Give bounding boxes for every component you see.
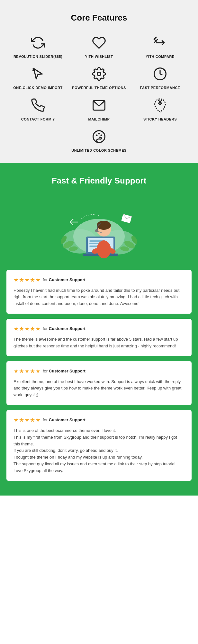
clock-icon: [152, 66, 168, 82]
stars-3: ★★★★★: [14, 368, 41, 375]
feature-label: POWERFUL THEME OPTIONS: [72, 85, 126, 90]
feature-one-click-demo: ONE-CLICK DEMO IMPORT: [9, 66, 67, 90]
core-features-title: Core Features: [6, 13, 192, 23]
review-text-1: Honestly I haven't had much time to poke…: [14, 287, 184, 307]
core-features-section: Core Features REVOLUTION SLIDER($85) YIT…: [0, 0, 198, 163]
svg-point-13: [98, 133, 100, 135]
svg-point-14: [101, 135, 103, 137]
review-for-1: for Customer Support: [43, 277, 86, 282]
review-for-3: for Customer Support: [43, 369, 86, 373]
feature-label: MAILCHIMP: [88, 117, 110, 122]
feature-sticky-headers: STICKY HEADERS: [131, 97, 189, 122]
feature-yith-wishlist: YITH WISHLIST: [70, 34, 128, 59]
stars-4: ★★★★★: [14, 416, 41, 424]
stars-2: ★★★★★: [14, 325, 41, 332]
review-card-2: ★★★★★ for Customer Support The theme is …: [6, 319, 192, 356]
svg-point-33: [98, 221, 105, 226]
feature-label: REVOLUTION SLIDER($85): [14, 54, 62, 59]
review-header-3: ★★★★★ for Customer Support: [14, 368, 184, 375]
phone-icon: [30, 97, 46, 114]
feature-contact-form: CONTACT FORM 7: [9, 97, 67, 122]
review-text-4: This is one of the best ecommerce theme …: [14, 427, 184, 474]
review-card-3: ★★★★★ for Customer Support Excellent the…: [6, 361, 192, 405]
support-illustration: [54, 195, 144, 260]
support-title: Fast & Friendly Support: [6, 176, 192, 186]
heart-icon: [91, 34, 107, 51]
features-grid: REVOLUTION SLIDER($85) YITH WISHLIST YIT…: [9, 34, 189, 153]
feature-label: YITH WISHLIST: [85, 54, 113, 59]
review-text-3: Excellent theme, one of the best I have …: [14, 379, 184, 398]
svg-point-5: [97, 72, 101, 76]
mail-icon: [91, 97, 107, 114]
feature-label: CONTACT FORM 7: [21, 117, 55, 122]
feature-yith-compare: YITH COMPARE: [131, 34, 189, 59]
feature-label: FAST PERFORMANCE: [140, 85, 180, 90]
feature-mailchimp: MAILCHIMP: [70, 97, 128, 122]
reviews-container: ★★★★★ for Customer Support Honestly I ha…: [6, 270, 192, 481]
feature-label: YITH COMPARE: [146, 54, 175, 59]
review-header-4: ★★★★★ for Customer Support: [14, 416, 184, 424]
review-card-1: ★★★★★ for Customer Support Honestly I ha…: [6, 270, 192, 314]
feature-powerful-theme: POWERFUL THEME OPTIONS: [70, 66, 128, 90]
feature-label: STICKY HEADERS: [143, 117, 177, 122]
cursor-icon: [30, 66, 46, 82]
compare-icon: [152, 34, 168, 51]
review-for-4: for Customer Support: [43, 417, 86, 422]
pin-icon: [152, 97, 168, 114]
feature-label: ONE-CLICK DEMO IMPORT: [13, 85, 63, 90]
review-card-4: ★★★★★ for Customer Support This is one o…: [6, 410, 192, 481]
support-section: Fast & Friendly Support: [0, 163, 198, 496]
feature-revolution-slider: REVOLUTION SLIDER($85): [9, 34, 67, 59]
refresh-icon: [30, 34, 46, 51]
svg-point-34: [95, 229, 98, 232]
palette-icon: [91, 128, 107, 145]
review-header-1: ★★★★★ for Customer Support: [14, 276, 184, 283]
feature-color-schemes: UNLIMITED COLOR SCHEMES: [70, 128, 128, 153]
review-for-2: for Customer Support: [43, 326, 86, 331]
svg-point-12: [96, 135, 98, 137]
stars-1: ★★★★★: [14, 276, 41, 283]
svg-line-4: [34, 69, 35, 70]
svg-line-3: [33, 70, 34, 71]
feature-label: UNLIMITED COLOR SCHEMES: [71, 148, 127, 153]
review-text-2: The theme is awesome and the customer su…: [14, 336, 184, 350]
feature-fast-performance: FAST PERFORMANCE: [131, 66, 189, 90]
gear-icon: [91, 66, 107, 82]
review-header-2: ★★★★★ for Customer Support: [14, 325, 184, 332]
svg-point-11: [93, 131, 105, 143]
